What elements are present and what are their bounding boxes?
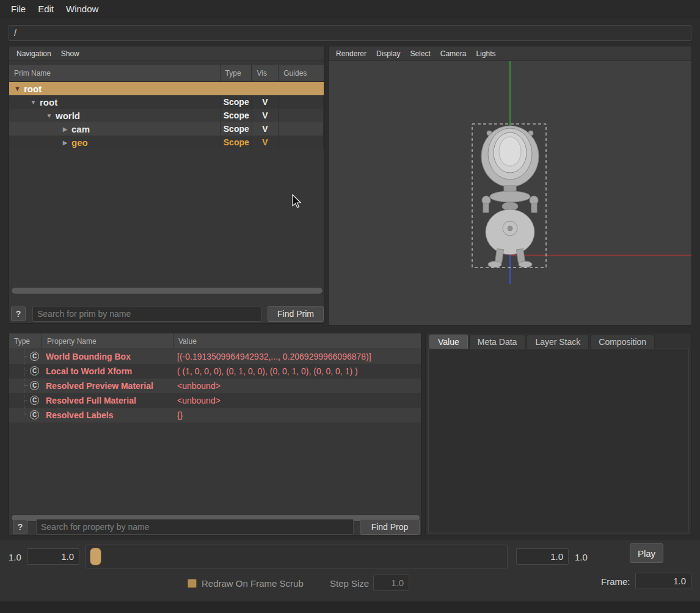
frame-slider[interactable] bbox=[86, 545, 508, 568]
inspector-content bbox=[428, 349, 689, 532]
prim-tree-header: Prim Name Type Vis Guides bbox=[9, 65, 324, 82]
menu-select[interactable]: Select bbox=[405, 48, 435, 59]
menu-navigation[interactable]: Navigation bbox=[12, 48, 56, 59]
frame-slider-handle[interactable] bbox=[90, 548, 101, 565]
play-button[interactable]: Play bbox=[630, 543, 663, 563]
property-name: Local to World Xform bbox=[42, 366, 173, 376]
tree-row-world[interactable]: ▼ world Scope V bbox=[9, 109, 324, 122]
computed-attribute-icon: C bbox=[30, 396, 39, 405]
expand-collapse-icon[interactable]: ▶ bbox=[60, 139, 70, 146]
expand-collapse-icon[interactable]: ▼ bbox=[29, 99, 38, 106]
menu-edit[interactable]: Edit bbox=[32, 1, 60, 16]
tab-meta-data[interactable]: Meta Data bbox=[469, 335, 526, 349]
viewport-menubar: Renderer Display Select Camera Lights bbox=[329, 46, 691, 61]
property-row[interactable]: C Local to World Xform ( (1, 0, 0, 0), (… bbox=[9, 364, 421, 379]
property-row[interactable]: C Resolved Full Material <unbound> bbox=[9, 393, 421, 408]
menu-display[interactable]: Display bbox=[371, 48, 405, 59]
menu-window[interactable]: Window bbox=[60, 1, 104, 16]
usdview-window: File Edit Window Navigation Show Prim Na… bbox=[0, 0, 700, 613]
prim-path-input[interactable] bbox=[9, 25, 691, 41]
prim-type: Scope bbox=[221, 111, 249, 120]
mouse-cursor bbox=[292, 194, 302, 208]
range-start-label: 1.0 bbox=[9, 552, 21, 562]
prim-vis-toggle[interactable]: V bbox=[262, 111, 268, 120]
column-vis[interactable]: Vis bbox=[252, 65, 279, 81]
expand-collapse-icon[interactable]: ▼ bbox=[13, 85, 22, 92]
menu-renderer[interactable]: Renderer bbox=[331, 48, 371, 59]
property-row[interactable]: C Resolved Preview Material <unbound> bbox=[9, 379, 421, 393]
tree-row-root[interactable]: ▼ root Scope V bbox=[9, 95, 324, 109]
prim-guides bbox=[279, 109, 324, 122]
prim-search-help-button[interactable]: ? bbox=[11, 306, 26, 321]
prim-browser-panel: Navigation Show Prim Name Type Vis Guide… bbox=[9, 46, 324, 324]
prim-vis-toggle[interactable]: V bbox=[262, 97, 268, 107]
property-row[interactable]: C Resolved Labels {} bbox=[9, 408, 421, 423]
prim-panel-menubar: Navigation Show bbox=[9, 46, 324, 61]
tree-row-cam[interactable]: ▶ cam Scope V bbox=[9, 122, 324, 136]
column-prop-name[interactable]: Property Name bbox=[42, 333, 173, 349]
property-value: <unbound> bbox=[173, 396, 421, 405]
property-name: Resolved Labels bbox=[42, 410, 173, 420]
prim-name: geo bbox=[70, 137, 88, 148]
prim-type: Scope bbox=[221, 137, 249, 147]
property-name: Resolved Full Material bbox=[42, 396, 173, 405]
frame-label: Frame: bbox=[601, 576, 630, 587]
frame-input[interactable] bbox=[635, 573, 691, 589]
prim-name: cam bbox=[70, 124, 90, 134]
property-value: <unbound> bbox=[173, 381, 421, 391]
menu-file[interactable]: File bbox=[5, 1, 32, 16]
column-prim-name[interactable]: Prim Name bbox=[9, 65, 221, 81]
prim-search-input[interactable] bbox=[32, 306, 261, 322]
viewport-3d-scene[interactable] bbox=[329, 61, 691, 325]
prim-name: root bbox=[22, 84, 42, 94]
prim-guides bbox=[279, 82, 324, 95]
viewport-panel: Renderer Display Select Camera Lights bbox=[328, 46, 692, 325]
property-search-input[interactable] bbox=[36, 519, 354, 535]
inspector-tab-bar: Value Meta Data Layer Stack Composition bbox=[426, 333, 691, 349]
tab-layer-stack[interactable]: Layer Stack bbox=[527, 335, 589, 349]
column-guides[interactable]: Guides bbox=[279, 65, 324, 81]
step-size-input[interactable] bbox=[373, 575, 409, 591]
prim-guides bbox=[279, 95, 324, 109]
column-type[interactable]: Type bbox=[221, 65, 252, 81]
property-panel: Type Property Name Value C World Boundin… bbox=[9, 333, 421, 535]
prim-vis-toggle[interactable]: V bbox=[262, 137, 268, 147]
find-prop-button[interactable]: Find Prop bbox=[360, 519, 420, 535]
property-search-help-button[interactable]: ? bbox=[13, 520, 27, 534]
prim-type: Scope bbox=[221, 124, 249, 134]
column-prop-type[interactable]: Type bbox=[9, 333, 42, 349]
find-prim-button[interactable]: Find Prim bbox=[268, 306, 324, 322]
tab-composition[interactable]: Composition bbox=[590, 335, 655, 349]
computed-attribute-icon: C bbox=[30, 366, 39, 375]
prim-tree: ▼ root ▼ root Scope V ▼ bbox=[9, 82, 324, 149]
redraw-on-frame-scrub-checkbox[interactable] bbox=[188, 579, 197, 588]
menu-lights[interactable]: Lights bbox=[471, 48, 500, 59]
property-name: Resolved Preview Material bbox=[42, 381, 173, 391]
main-menubar: File Edit Window bbox=[0, 0, 700, 18]
menu-camera[interactable]: Camera bbox=[436, 48, 472, 59]
prim-guides bbox=[279, 122, 324, 136]
expand-collapse-icon[interactable]: ▶ bbox=[60, 126, 70, 132]
column-prop-value[interactable]: Value bbox=[173, 333, 421, 349]
scrollbar-thumb[interactable] bbox=[12, 288, 323, 294]
range-start-input[interactable] bbox=[27, 548, 79, 565]
tree-row-geo[interactable]: ▶ geo Scope V bbox=[9, 136, 324, 149]
prim-vis-toggle[interactable]: V bbox=[262, 124, 268, 134]
prim-horizontal-scrollbar[interactable] bbox=[11, 287, 323, 294]
tree-row-root-selected[interactable]: ▼ root bbox=[9, 82, 324, 95]
property-header: Type Property Name Value bbox=[9, 333, 421, 349]
range-end-input[interactable] bbox=[516, 548, 569, 565]
prim-type: Scope bbox=[221, 97, 249, 107]
computed-attribute-icon: C bbox=[30, 352, 39, 361]
property-value: ( (1, 0, 0, 0), (0, 1, 0, 0), (0, 0, 1, … bbox=[173, 366, 421, 376]
computed-attribute-icon: C bbox=[30, 410, 39, 419]
expand-collapse-icon[interactable]: ▼ bbox=[45, 112, 54, 119]
prim-name: world bbox=[54, 111, 80, 121]
computed-attribute-icon: C bbox=[30, 381, 39, 390]
menu-show[interactable]: Show bbox=[56, 48, 84, 59]
property-row[interactable]: C World Bounding Box [(-0.19135099649429… bbox=[9, 349, 421, 364]
robot-model bbox=[481, 126, 539, 267]
inspector-panel: Value Meta Data Layer Stack Composition bbox=[425, 333, 692, 535]
tab-value[interactable]: Value bbox=[429, 335, 468, 349]
property-name: World Bounding Box bbox=[42, 352, 173, 361]
